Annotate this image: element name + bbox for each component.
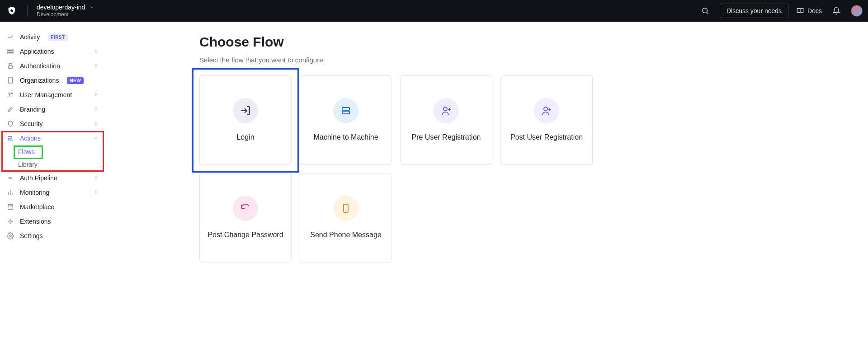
sidebar: Activity FIRST Applications Authenticati… xyxy=(0,22,106,342)
flow-card-post-change-password[interactable]: Post Change Password xyxy=(199,173,292,262)
svg-point-21 xyxy=(9,235,11,237)
highlight-blue-wrap: Login xyxy=(196,72,295,169)
page-title: Choose Flow xyxy=(199,34,868,50)
sidebar-item-label: Marketplace xyxy=(20,203,54,211)
svg-point-11 xyxy=(9,93,10,94)
sidebar-item-activity[interactable]: Activity FIRST xyxy=(0,30,106,44)
chevron-right-icon xyxy=(93,62,99,70)
server-icon xyxy=(333,98,359,123)
sidebar-item-label: Actions xyxy=(20,135,41,142)
sidebar-item-label: User Management xyxy=(20,91,72,98)
docs-label: Docs xyxy=(807,7,822,14)
flow-label: Post Change Password xyxy=(202,230,288,240)
lock-icon xyxy=(6,62,14,70)
sidebar-item-organizations[interactable]: Organizations NEW xyxy=(0,73,106,88)
flow-card-machine-to-machine[interactable]: Machine to Machine xyxy=(300,75,392,165)
docs-link[interactable]: Docs xyxy=(797,7,822,14)
sidebar-submenu-actions: Flows Library xyxy=(0,145,106,171)
flow-card-send-phone-message[interactable]: Send Phone Message xyxy=(300,173,392,262)
sidebar-item-extensions[interactable]: Extensions xyxy=(0,214,106,229)
gear-icon xyxy=(6,232,14,240)
sidebar-item-label: Applications xyxy=(20,48,54,55)
flow-label: Send Phone Message xyxy=(305,230,387,240)
chevron-right-icon xyxy=(93,120,99,127)
chevron-right-icon xyxy=(93,189,99,196)
sidebar-item-label: Monitoring xyxy=(20,189,49,196)
sidebar-item-label: Auth Pipeline xyxy=(20,174,57,182)
svg-rect-23 xyxy=(342,108,349,110)
sidebar-item-label: Activity xyxy=(20,33,40,41)
sidebar-group-actions: Actions Flows Library xyxy=(0,131,106,171)
chevron-down-icon xyxy=(90,5,95,10)
sidebar-item-branding[interactable]: Branding xyxy=(0,102,106,117)
sidebar-item-label: Authentication xyxy=(20,62,60,70)
tenant-switcher[interactable]: developerday-ind Development xyxy=(37,4,95,18)
svg-rect-2 xyxy=(8,49,13,51)
svg-point-30 xyxy=(544,107,547,111)
chevron-right-icon xyxy=(93,91,99,98)
tenant-name: developerday-ind xyxy=(37,4,85,11)
book-icon xyxy=(797,7,804,14)
svg-point-12 xyxy=(11,93,13,94)
svg-rect-5 xyxy=(8,66,12,68)
navbar-left: developerday-ind Development xyxy=(5,4,95,18)
svg-point-27 xyxy=(443,107,447,111)
highlight-blue xyxy=(192,68,299,173)
navbar-right: Discuss your needs Docs xyxy=(699,4,863,18)
sidebar-item-settings[interactable]: Settings xyxy=(0,229,106,243)
sidebar-item-marketplace[interactable]: Marketplace xyxy=(0,200,106,214)
main-content: Choose Flow Select the flow that you wan… xyxy=(106,22,868,342)
flow-label: Post User Registration xyxy=(505,132,588,142)
flow-grid: Login Machine to Machine Pre User Regist… xyxy=(199,75,606,262)
auth0-logo[interactable] xyxy=(5,5,18,17)
svg-rect-3 xyxy=(8,51,13,52)
flow-card-pre-user-registration[interactable]: Pre User Registration xyxy=(400,75,492,165)
building-icon xyxy=(6,76,14,84)
phone-icon xyxy=(333,196,359,221)
sidebar-item-label: Settings xyxy=(20,232,43,239)
navbar-divider xyxy=(27,5,28,17)
sidebar-item-label: Branding xyxy=(20,106,45,113)
bar-chart-icon xyxy=(6,188,14,197)
discuss-needs-button[interactable]: Discuss your needs xyxy=(720,4,788,18)
notifications-button[interactable] xyxy=(830,5,843,17)
sidebar-item-user-management[interactable]: User Management xyxy=(0,88,106,102)
svg-line-1 xyxy=(707,12,708,14)
sidebar-item-security[interactable]: Security xyxy=(0,117,106,131)
refresh-icon xyxy=(233,196,258,221)
bell-icon xyxy=(832,7,840,15)
flow-label: Pre User Registration xyxy=(406,132,486,142)
activity-icon xyxy=(6,33,14,41)
sidebar-item-actions[interactable]: Actions xyxy=(0,131,106,145)
sidebar-item-auth-pipeline[interactable]: Auth Pipeline xyxy=(0,171,106,185)
sidebar-item-monitoring[interactable]: Monitoring xyxy=(0,185,106,200)
chevron-right-icon xyxy=(93,174,99,182)
search-button[interactable] xyxy=(699,5,712,17)
applications-icon xyxy=(6,47,14,56)
user-avatar[interactable] xyxy=(851,5,863,17)
sidebar-item-label: Organizations xyxy=(20,77,59,84)
svg-rect-24 xyxy=(342,111,349,114)
chevron-down-icon xyxy=(93,135,99,142)
pipeline-icon xyxy=(6,174,14,182)
badge-new: NEW xyxy=(67,77,84,84)
sidebar-item-authentication[interactable]: Authentication xyxy=(0,59,106,73)
users-icon xyxy=(6,91,14,99)
sidebar-subitem-library[interactable]: Library xyxy=(18,158,106,171)
sidebar-item-label: Extensions xyxy=(20,218,51,225)
top-navbar: developerday-ind Development Discuss you… xyxy=(0,0,868,22)
store-icon xyxy=(6,203,14,211)
sidebar-item-applications[interactable]: Applications xyxy=(0,44,106,59)
user-plus-icon xyxy=(434,98,459,123)
page-subtitle: Select the flow that you want to configu… xyxy=(199,56,868,64)
badge-first: FIRST xyxy=(48,34,67,41)
chevron-right-icon xyxy=(93,106,99,113)
puzzle-icon xyxy=(6,217,14,225)
chevron-right-icon xyxy=(93,48,99,55)
sidebar-subitem-flows[interactable]: Flows xyxy=(18,145,106,158)
flow-card-post-user-registration[interactable]: Post User Registration xyxy=(500,75,593,165)
flow-label: Machine to Machine xyxy=(308,132,383,142)
shield-icon xyxy=(6,120,14,128)
svg-point-0 xyxy=(703,8,708,13)
svg-rect-6 xyxy=(8,78,12,83)
